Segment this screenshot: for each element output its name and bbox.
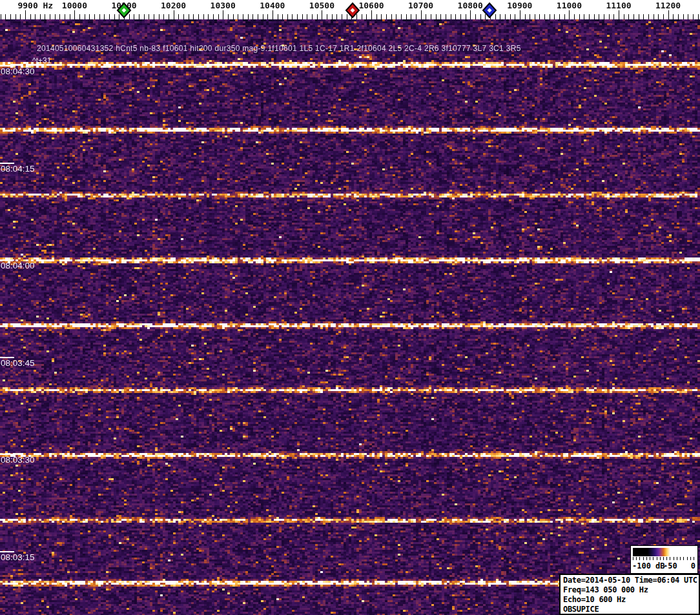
ruler-major-tick bbox=[371, 10, 372, 19]
colorbar-tick bbox=[643, 557, 644, 560]
colorbar-tick bbox=[663, 557, 664, 560]
ruler-minor-tick bbox=[312, 14, 313, 19]
ruler-minor-tick bbox=[178, 14, 179, 19]
ruler-minor-tick bbox=[15, 14, 16, 19]
ruler-minor-tick bbox=[213, 14, 214, 19]
ruler-minor-tick bbox=[609, 14, 610, 19]
ruler-minor-tick bbox=[287, 14, 288, 19]
ruler-minor-tick bbox=[238, 14, 238, 19]
ruler-minor-tick bbox=[658, 14, 659, 19]
ruler-minor-tick bbox=[376, 14, 377, 19]
ruler-minor-tick bbox=[189, 14, 189, 19]
ruler-minor-tick bbox=[149, 14, 149, 19]
ruler-minor-tick bbox=[10, 14, 11, 19]
ruler-minor-tick bbox=[411, 14, 411, 19]
ruler-minor-tick bbox=[342, 14, 342, 19]
ruler-major-tick bbox=[322, 10, 322, 19]
ruler-tick-label: 10600 bbox=[358, 1, 384, 10]
ruler-minor-tick bbox=[431, 14, 431, 19]
ruler-minor-tick bbox=[663, 14, 664, 19]
ruler-minor-tick bbox=[218, 14, 219, 19]
ruler-major-tick bbox=[520, 10, 520, 19]
colorbar-tick bbox=[657, 557, 657, 560]
colorbar-tick bbox=[633, 557, 633, 560]
blue-marker[interactable] bbox=[481, 2, 498, 21]
ruler-minor-tick bbox=[436, 14, 437, 19]
ruler-minor-tick bbox=[169, 14, 169, 19]
ruler-tick-label: 10300 bbox=[211, 1, 236, 10]
ruler-minor-tick bbox=[530, 14, 530, 19]
ruler-minor-tick bbox=[564, 14, 565, 19]
ruler-minor-tick bbox=[406, 14, 407, 19]
ruler-minor-tick bbox=[198, 14, 199, 19]
info-echo: Echo=10 600 Hz bbox=[563, 595, 699, 605]
ruler-minor-tick bbox=[693, 14, 694, 19]
ruler-minor-tick bbox=[683, 14, 684, 19]
ruler-tick-label: 9900 Hz bbox=[17, 1, 53, 10]
colorbar-tick bbox=[650, 557, 650, 560]
ruler-minor-tick bbox=[648, 14, 649, 19]
ruler-tick-label: 10900 bbox=[507, 1, 532, 10]
ruler-minor-tick bbox=[104, 14, 105, 19]
green-marker[interactable] bbox=[116, 2, 132, 21]
ruler-minor-tick bbox=[20, 14, 21, 19]
ruler-minor-tick bbox=[40, 14, 41, 19]
ruler-minor-tick bbox=[381, 14, 382, 19]
ruler-minor-tick bbox=[70, 14, 70, 19]
ruler-minor-tick bbox=[362, 14, 362, 19]
ruler-minor-tick bbox=[426, 14, 426, 19]
time-label: 08:04:30 bbox=[1, 66, 35, 76]
ruler-major-tick bbox=[569, 10, 570, 19]
info-date-time: Date=2014-05-10 Time=06:04 UTC bbox=[563, 576, 699, 585]
ruler-minor-tick bbox=[302, 14, 303, 19]
ruler-minor-tick bbox=[292, 14, 293, 19]
frequency-ruler[interactable]: 9900 Hz100001010010200103001040010500106… bbox=[0, 0, 700, 19]
colorbar-label-max: 0 bbox=[691, 561, 695, 570]
ruler-minor-tick bbox=[59, 14, 60, 19]
ruler-minor-tick bbox=[550, 14, 550, 19]
ruler-minor-tick bbox=[633, 14, 634, 19]
ruler-minor-tick bbox=[539, 14, 540, 19]
ruler-minor-tick bbox=[278, 14, 278, 19]
ruler-minor-tick bbox=[282, 14, 283, 19]
red-marker[interactable] bbox=[344, 2, 361, 21]
ruler-minor-tick bbox=[396, 14, 396, 19]
ruler-major-tick bbox=[619, 10, 619, 19]
ruler-minor-tick bbox=[203, 14, 204, 19]
ruler-minor-tick bbox=[643, 14, 644, 19]
ruler-minor-tick bbox=[30, 14, 31, 19]
ruler-minor-tick bbox=[79, 14, 80, 19]
ruler-minor-tick bbox=[193, 14, 194, 19]
ruler-minor-tick bbox=[678, 14, 679, 19]
ruler-minor-tick bbox=[1, 14, 1, 19]
ruler-minor-tick bbox=[475, 14, 476, 19]
ruler-minor-tick bbox=[317, 14, 318, 19]
ruler-tick-label: 10500 bbox=[309, 1, 335, 10]
ruler-minor-tick bbox=[628, 14, 629, 19]
spectrogram-app-window: 9900 Hz100001010010200103001040010500106… bbox=[0, 0, 700, 615]
spectrogram-canvas[interactable] bbox=[0, 19, 700, 615]
colorbar-tick bbox=[677, 557, 677, 560]
ruler-minor-tick bbox=[579, 14, 580, 19]
ruler-minor-tick bbox=[500, 14, 500, 19]
colorbar-panel: -100 dB -50 0 bbox=[630, 545, 698, 574]
ruler-minor-tick bbox=[654, 14, 654, 19]
ruler-minor-tick bbox=[307, 14, 307, 19]
time-label: 08:03:45 bbox=[1, 358, 35, 368]
ruler-minor-tick bbox=[604, 14, 604, 19]
ruler-minor-tick bbox=[505, 14, 506, 19]
ruler-minor-tick bbox=[248, 14, 249, 19]
ruler-minor-tick bbox=[267, 14, 268, 19]
ruler-minor-tick bbox=[55, 14, 56, 19]
ruler-minor-tick bbox=[574, 14, 575, 19]
ruler-minor-tick bbox=[243, 14, 243, 19]
colorbar-tick bbox=[670, 557, 670, 560]
ruler-minor-tick bbox=[163, 14, 164, 19]
ruler-major-tick bbox=[25, 10, 26, 19]
ruler-minor-tick bbox=[327, 14, 327, 19]
colorbar-tick bbox=[674, 557, 674, 560]
colorbar-tick bbox=[636, 557, 637, 560]
ruler-major-tick bbox=[223, 10, 223, 19]
colorbar-gradient bbox=[633, 548, 694, 556]
info-station: OBSUPICE bbox=[563, 605, 699, 614]
